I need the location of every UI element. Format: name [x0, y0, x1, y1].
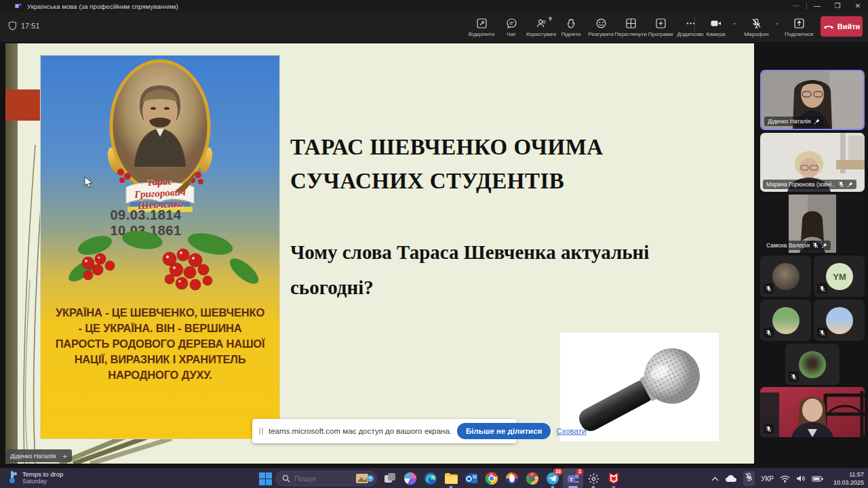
svg-text:T: T: [16, 5, 18, 8]
search-highlight-image[interactable]: [356, 472, 374, 485]
stop-sharing-button[interactable]: Більше не ділитися: [457, 423, 551, 439]
slide-red-accent: [5, 89, 42, 121]
presenter-name: Діденко Наталія: [10, 453, 56, 460]
react-button[interactable]: Реагувати: [586, 15, 616, 37]
grip-icon[interactable]: [259, 428, 263, 434]
hand-icon: [566, 18, 577, 29]
shared-screen: Тарас Григорович Шевченко 09.03.1814 10.…: [5, 43, 754, 464]
window-restore-icon[interactable]: ❐: [827, 0, 848, 12]
file-explorer-icon[interactable]: [441, 468, 461, 488]
window-minimize-icon[interactable]: —: [807, 0, 827, 12]
system-tray: УКР: [711, 468, 823, 488]
participant-tile-didenko[interactable]: Діденко Наталія: [760, 70, 865, 130]
microphone-image: [560, 333, 719, 441]
mic-chevron-icon[interactable]: ⌄: [774, 20, 779, 26]
taskbar-search[interactable]: [275, 471, 377, 486]
participants-button[interactable]: 9 Користувачі: [526, 15, 556, 37]
initials-avatar: YM: [826, 263, 853, 290]
weather-headline: Temps to drop: [22, 470, 63, 478]
opera-icon[interactable]: [502, 468, 522, 488]
search-input[interactable]: [294, 474, 356, 483]
hide-link[interactable]: Сховати: [556, 427, 586, 435]
participant-tile-video-5[interactable]: [760, 387, 865, 437]
participant-tile-ym[interactable]: YM: [814, 256, 865, 297]
shevchenko-poster: Тарас Григорович Шевченко 09.03.1814 10.…: [41, 56, 279, 439]
settings-icon[interactable]: [583, 468, 604, 488]
poster-quote: УКРАЇНА - ЦЕ ШЕВЧЕНКО, ШЕВЧЕНКО - ЦЕ УКР…: [54, 305, 266, 383]
mic-muted-icon: [791, 373, 797, 380]
copilot-icon[interactable]: [400, 468, 420, 488]
share-button[interactable]: Поділитися: [781, 15, 816, 37]
meeting-timer: 17:51: [8, 21, 40, 30]
search-icon: [282, 474, 290, 483]
presenter-name-overlay[interactable]: Діденко Наталія +: [5, 449, 72, 462]
plus-square-icon: [655, 18, 667, 29]
weather-widget[interactable]: Temps to drop Saturday: [7, 470, 63, 485]
pinned-apps: 23 T1: [380, 468, 624, 488]
microphone-button[interactable]: Мікрофон: [738, 15, 774, 37]
hangup-icon: [823, 24, 834, 29]
battery-icon[interactable]: [812, 475, 823, 483]
taskbar-clock[interactable]: 11:57 10.03.2025: [833, 470, 864, 487]
chrome-icon[interactable]: [481, 468, 502, 488]
avatar: [826, 307, 853, 334]
teams-badge: 1: [576, 468, 583, 475]
raise-hand-button[interactable]: Підняти: [556, 15, 586, 37]
chromium-icon[interactable]: [522, 468, 542, 488]
screen-share-notification: teams.microsoft.com має доступ до вашого…: [252, 419, 517, 443]
leave-button[interactable]: Вийти: [821, 16, 863, 37]
divider: [694, 16, 695, 37]
chat-button[interactable]: Чат: [496, 15, 526, 37]
svg-text:T: T: [570, 476, 573, 483]
camera-button[interactable]: Камера: [701, 15, 732, 37]
mic-muted-icon: [766, 329, 772, 336]
tile-label: Самоха Валерія: [763, 241, 831, 250]
edge-icon[interactable]: [420, 468, 441, 488]
outlook-icon[interactable]: [461, 468, 481, 488]
participant-tile-samokha[interactable]: Самоха Валерія: [760, 195, 865, 253]
window-more-icon[interactable]: ···: [786, 0, 806, 12]
participant-tile-avatar-4[interactable]: [785, 344, 840, 385]
telegram-badge: 23: [553, 468, 563, 475]
clock-date: 10.03.2025: [833, 479, 864, 487]
popout-icon: [476, 18, 488, 29]
wifi-icon[interactable]: [780, 475, 790, 483]
tray-mic-muted-icon[interactable]: [745, 472, 753, 482]
participant-tile-avatar-3[interactable]: [814, 300, 865, 341]
unpin-button[interactable]: Відкріпити: [467, 15, 496, 37]
mic-muted-icon: [819, 285, 825, 292]
onedrive-icon[interactable]: [725, 474, 737, 483]
meeting-stage: Тарас Григорович Шевченко 09.03.1814 10.…: [0, 42, 868, 468]
avatar: [772, 263, 800, 290]
mcafee-icon[interactable]: [604, 468, 624, 488]
apps-button[interactable]: Програми: [646, 15, 675, 37]
telegram-icon[interactable]: 23: [542, 468, 563, 488]
start-button[interactable]: [259, 472, 272, 485]
camera-chevron-icon[interactable]: ⌄: [732, 20, 737, 26]
toolbar-actions: Відкріпити Чат 9 Користувачі Підняти Реа…: [467, 15, 705, 37]
thermometer-icon: [7, 470, 18, 485]
tray-chevron-icon[interactable]: [711, 476, 719, 481]
slide-title: ТАРАС ШЕВЧЕНКО ОЧИМА СУЧАСНИХ СТУДЕНТІВ: [290, 130, 680, 198]
plus-icon: +: [63, 452, 67, 460]
teams-taskbar-icon[interactable]: T1: [563, 468, 583, 488]
share-screen-icon: [793, 18, 805, 29]
leave-label: Вийти: [837, 22, 861, 30]
participant-tile-horiunova[interactable]: Марина Горюнова (зовні...: [760, 133, 865, 192]
window-close-icon[interactable]: ✕: [848, 0, 868, 12]
toolbar-device-controls: Камера ⌄ Мікрофон ⌄ Поділитися Вийти: [689, 15, 863, 37]
windows-taskbar: Temps to drop Saturday 23 T1: [0, 468, 868, 488]
view-button[interactable]: Переглянути: [616, 15, 646, 37]
language-indicator[interactable]: УКР: [761, 475, 774, 483]
participant-tile-avatar-2[interactable]: [760, 300, 811, 341]
pin-icon: [821, 243, 827, 249]
speaker-icon[interactable]: [796, 474, 806, 483]
mic-muted-icon: [766, 285, 772, 292]
weather-day: Saturday: [22, 478, 63, 485]
participant-tile-avatar-1[interactable]: [760, 256, 811, 297]
task-view-button[interactable]: [380, 468, 400, 488]
window-title: Українська мова (за професійним спрямува…: [27, 3, 178, 10]
pin-icon: [847, 182, 853, 188]
shield-icon: [8, 21, 17, 30]
mic-muted-icon: [766, 426, 772, 432]
